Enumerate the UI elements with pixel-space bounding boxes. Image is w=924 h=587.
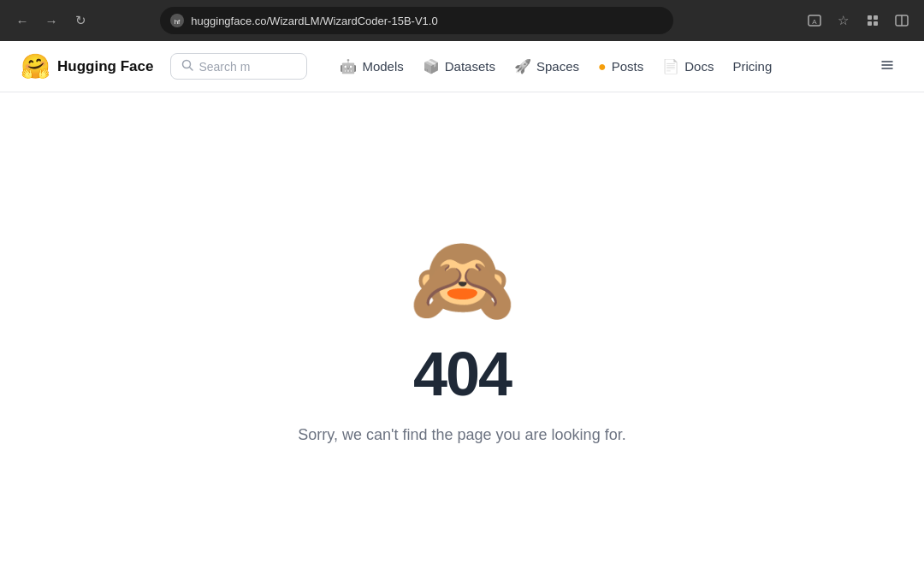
refresh-button[interactable]: ↻ [68,9,92,33]
nav-links: 🤖 Models 📦 Datasets 🚀 Spaces ● Posts 📄 D… [331,53,780,80]
nav-item-pricing[interactable]: Pricing [724,54,780,79]
svg-text:A: A [812,18,817,26]
main-content: 🙈 404 Sorry, we can't find the page you … [0,92,924,587]
back-button[interactable]: ← [10,9,34,33]
forward-button[interactable]: → [39,9,63,33]
nav-label-pricing: Pricing [732,59,772,74]
datasets-icon: 📦 [423,58,440,74]
more-menu-button[interactable] [871,52,903,80]
posts-icon: ● [598,59,607,74]
browser-nav-buttons: ← → ↻ [10,9,92,33]
nav-item-posts[interactable]: ● Posts [589,54,652,80]
svg-rect-6 [868,21,872,26]
models-icon: 🤖 [340,58,357,74]
translate-button[interactable]: A [803,9,826,33]
svg-rect-7 [874,21,878,26]
svg-line-11 [190,68,193,71]
search-placeholder: Search m [198,60,250,74]
error-emoji: 🙈 [409,236,516,322]
search-bar[interactable]: Search m [170,53,307,80]
hamburger-icon [880,57,895,75]
spaces-icon: 🚀 [514,58,531,74]
docs-icon: 📄 [662,58,679,74]
nav-label-models: Models [362,59,403,74]
search-icon [181,59,193,74]
star-button[interactable]: ☆ [832,9,856,33]
browser-chrome: ← → ↻ hf huggingface.co/WizardLM/WizardC… [0,0,924,41]
nav-item-models[interactable]: 🤖 Models [331,53,412,80]
site-favicon: hf [170,14,184,27]
nav-label-posts: Posts [612,59,644,74]
nav-item-docs[interactable]: 📄 Docs [654,53,722,80]
nav-item-datasets[interactable]: 📦 Datasets [414,53,504,80]
address-bar[interactable]: hf huggingface.co/WizardLM/WizardCoder-1… [160,7,673,34]
svg-rect-4 [868,15,872,20]
logo-emoji: 🤗 [21,55,50,79]
nav-label-docs: Docs [684,59,714,74]
split-view-button[interactable] [890,9,914,33]
svg-text:hf: hf [175,18,181,26]
extensions-button[interactable] [861,9,885,33]
nav-label-spaces: Spaces [536,59,579,74]
nav-label-datasets: Datasets [445,59,495,74]
error-code: 404 [413,339,511,409]
nav-item-spaces[interactable]: 🚀 Spaces [506,53,588,80]
logo-area[interactable]: 🤗 Hugging Face [21,55,153,79]
browser-toolbar-right: A ☆ [803,9,914,33]
site-header: 🤗 Hugging Face Search m 🤖 Models 📦 Datas… [0,41,924,92]
url-text: huggingface.co/WizardLM/WizardCoder-15B-… [191,15,437,27]
error-message: Sorry, we can't find the page you are lo… [298,426,625,444]
svg-rect-5 [874,15,878,20]
logo-text: Hugging Face [57,58,153,75]
